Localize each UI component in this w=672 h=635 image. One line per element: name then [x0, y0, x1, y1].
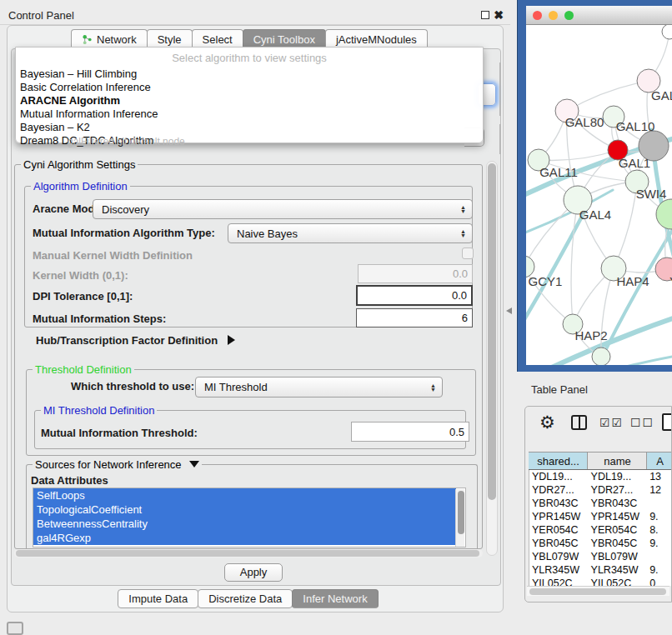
table-cell: YIL052C	[589, 577, 648, 586]
gear-icon[interactable]: ⚙	[539, 412, 555, 432]
network-graph[interactable]: GALGAL80GAL10GAL1GAL11SWI4GAL4GCY1HAP4YH…	[526, 25, 672, 365]
panel-grip-icon[interactable]	[7, 622, 23, 635]
table-cell: YDR27...	[589, 483, 648, 497]
table-row[interactable]: YDR27...YDR27...12	[529, 483, 672, 497]
node-label-gal11: GAL11	[539, 165, 578, 179]
node-table[interactable]: shared...nameA YDL19...YDL19...13YDR27..…	[529, 452, 672, 586]
scrollbar-thumb[interactable]	[529, 588, 666, 595]
deselect-all-columns-icon[interactable]: ☐☐	[630, 416, 654, 429]
table-row[interactable]: YLR345WYLR345W9.	[529, 563, 672, 577]
node-label-gal1: GAL1	[619, 156, 650, 170]
scrollbar-thumb[interactable]	[458, 491, 464, 534]
network-edge	[567, 81, 649, 111]
control-panel-titlebar	[0, 0, 510, 25]
table-cell: YPR145W	[589, 510, 648, 523]
data-attributes-list[interactable]: SelfLoopsTopologicalCoefficientBetweenne…	[33, 488, 466, 548]
tab-label: Network	[97, 33, 137, 46]
apply-button[interactable]: Apply	[224, 563, 283, 582]
table-cell: 9.	[647, 510, 672, 523]
select-all-columns-icon[interactable]: ☑☑	[599, 416, 624, 429]
mouse-cursor	[506, 308, 512, 314]
network-canvas[interactable]: GALGAL80GAL10GAL1GAL11SWI4GAL4GCY1HAP4YH…	[526, 25, 672, 365]
mi-type-select[interactable]: Naive Bayes ▲▼	[228, 223, 473, 243]
tab-select[interactable]: Select	[192, 29, 243, 48]
bottom-tab-infer-network[interactable]: Infer Network	[292, 589, 378, 608]
attribute-item[interactable]: SelfLoops	[33, 488, 456, 502]
settings-vertical-scrollbar[interactable]	[486, 161, 498, 556]
column-header[interactable]: name	[588, 452, 647, 469]
bottom-tab-discretize-data[interactable]: Discretize Data	[198, 589, 293, 608]
mi-steps-input[interactable]	[356, 308, 473, 328]
table-row[interactable]: YDL19...YDL19...13	[529, 470, 672, 483]
which-threshold-select[interactable]: MI Threshold ▲▼	[195, 377, 443, 398]
kernel-width-fieldwrap	[358, 264, 473, 283]
algorithm-option[interactable]: Bayesian – Hill Climbing	[16, 68, 483, 81]
scrollbar-thumb[interactable]	[16, 550, 479, 557]
bottom-tab-impute-data[interactable]: Impute Data	[118, 589, 198, 608]
tab-style[interactable]: Style	[147, 29, 193, 48]
network-view-window[interactable]: GALGAL80GAL10GAL1GAL11SWI4GAL4GCY1HAP4YH…	[517, 0, 672, 372]
kernel-width-input[interactable]	[358, 264, 473, 283]
table-cell: YBL079W	[589, 550, 648, 563]
algorithm-placeholder: Select algorithm to view settings	[16, 48, 483, 68]
groupbox-border-fragment	[499, 62, 500, 116]
hub-definition-toggle[interactable]: Hub/Transcription Factor Definition	[36, 334, 235, 347]
column-header[interactable]: A	[647, 452, 672, 469]
attribute-item[interactable]: BetweennessCentrality	[33, 517, 456, 531]
table-cell: YDL19...	[589, 470, 648, 483]
tab-network[interactable]: Network	[71, 29, 148, 48]
table-row[interactable]: YPR145WYPR145W9.	[529, 510, 672, 523]
mi-threshold-input[interactable]	[351, 422, 469, 442]
threshold-definition-title: Threshold Definition	[33, 363, 134, 376]
new-document-icon[interactable]	[662, 413, 672, 431]
table-row[interactable]: YBR045CYBR045C9.	[529, 537, 672, 550]
float-panel-icon[interactable]	[481, 11, 489, 19]
scrollbar-thumb[interactable]	[488, 163, 496, 500]
column-header[interactable]: shared...	[529, 452, 588, 469]
node-label-gal4: GAL4	[579, 208, 611, 222]
network-node[interactable]	[662, 25, 672, 39]
algorithm-option[interactable]: Bayesian – K2	[16, 121, 483, 134]
minimize-traffic-light-icon[interactable]	[549, 11, 558, 20]
table-row[interactable]: YIL052CYIL052C0	[529, 577, 672, 586]
expanded-arrow-icon[interactable]	[189, 461, 199, 468]
table-row[interactable]: YBR043CYBR043C	[529, 497, 672, 510]
aracne-mode-select[interactable]: Discovery ▲▼	[93, 199, 473, 219]
network-edge	[614, 182, 637, 268]
columns-icon[interactable]	[571, 415, 587, 430]
table-row[interactable]: YBL079WYBL079W	[529, 550, 672, 563]
zoom-traffic-light-icon[interactable]	[564, 11, 574, 20]
network-node[interactable]	[592, 348, 610, 365]
table-row[interactable]: YER054CYER054C8.	[529, 523, 672, 537]
algorithm-option[interactable]: Mutual Information Inference	[16, 108, 483, 121]
tab-jactivemnodules[interactable]: jActiveMNodules	[325, 29, 428, 48]
tab-label: Select	[203, 33, 233, 46]
hub-definition-label: Hub/Transcription Factor Definition	[36, 334, 218, 347]
network-edge	[571, 200, 578, 324]
table-cell: YER054C	[589, 523, 648, 537]
dpi-tolerance-input[interactable]	[356, 285, 473, 306]
control-panel-bottom-tabs: Impute DataDiscretize DataInfer Network	[0, 589, 497, 608]
collapsed-arrow-icon[interactable]	[228, 335, 235, 345]
attributes-list-scrollbar[interactable]	[455, 489, 464, 548]
close-traffic-light-icon[interactable]	[533, 11, 542, 20]
algorithm-option[interactable]: Basic Correlation Inference	[16, 81, 483, 94]
close-panel-icon[interactable]: ✖	[494, 10, 504, 20]
table-horizontal-scrollbar[interactable]	[527, 586, 669, 596]
algorithm-option[interactable]: ARACNE Algorithm	[16, 94, 483, 108]
network-node[interactable]	[656, 199, 672, 229]
table-cell: YLR345W	[529, 563, 589, 577]
node-label-hap2: HAP2	[574, 328, 607, 342]
table-cell: YBR043C	[589, 497, 648, 510]
node-label-swi4: SWI4	[636, 187, 667, 201]
manual-kernel-checkbox[interactable]	[462, 248, 474, 259]
network-window-titlebar[interactable]	[526, 6, 672, 25]
attribute-item[interactable]: gal4RGexp	[33, 531, 456, 545]
mi-threshold-label: Mutual Information Threshold:	[41, 427, 198, 439]
mi-type-value: Naive Bayes	[237, 228, 298, 240]
tab-cyni-toolbox[interactable]: Cyni Toolbox	[243, 29, 326, 48]
attribute-item[interactable]: TopologicalCoefficient	[33, 502, 456, 517]
node-label-gal10: GAL10	[616, 119, 655, 133]
settings-horizontal-scrollbar[interactable]	[14, 549, 483, 558]
mi-steps-label: Mutual Information Steps:	[33, 312, 166, 325]
